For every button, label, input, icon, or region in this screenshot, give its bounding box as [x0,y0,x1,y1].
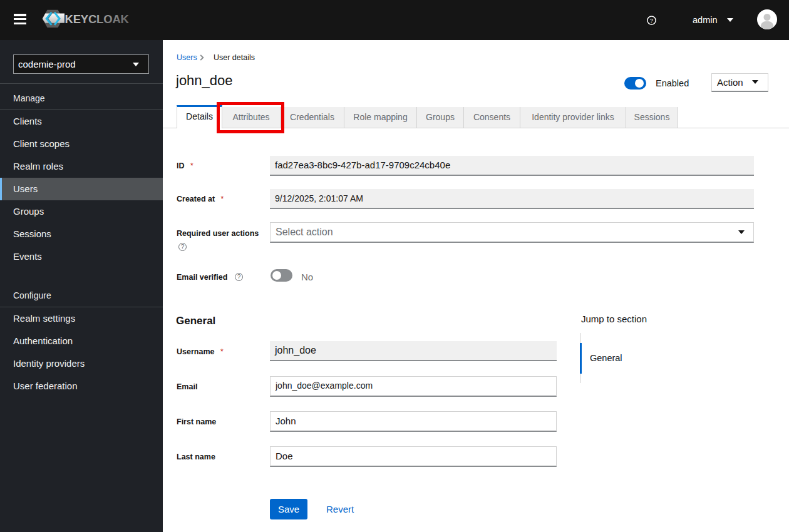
svg-text:?: ? [650,17,653,24]
svg-text:KEYCLOAK: KEYCLOAK [65,13,130,26]
